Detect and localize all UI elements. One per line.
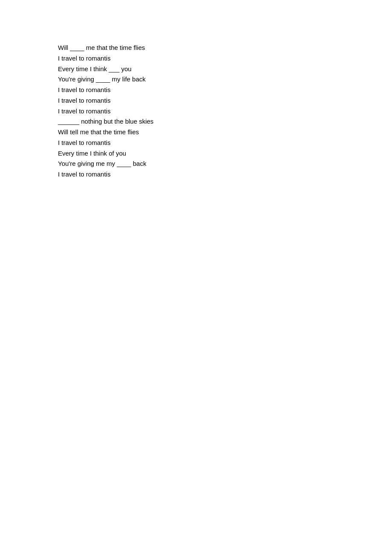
lyric-line: Will ____ me that the time flies xyxy=(58,43,392,53)
lyric-line: Every time I think ___ you xyxy=(58,64,392,75)
lyric-line: You're giving me my ____ back xyxy=(58,159,392,169)
lyric-line: ______ nothing but the blue skies xyxy=(58,116,392,127)
lyric-line: I travel to romantis xyxy=(58,138,392,148)
lyric-line: Will tell me that the time flies xyxy=(58,127,392,138)
lyric-line: I travel to romantis xyxy=(58,95,392,106)
lyric-line: You're giving ____ my life back xyxy=(58,74,392,85)
lyric-line: I travel to romantis xyxy=(58,169,392,180)
lyrics-container: Will ____ me that the time fliesI travel… xyxy=(0,0,392,180)
lyric-line: I travel to romantis xyxy=(58,106,392,117)
lyric-line: I travel to romantis xyxy=(58,53,392,64)
lyric-line: I travel to romantis xyxy=(58,85,392,95)
lyric-line: Every time I think of you xyxy=(58,148,392,159)
